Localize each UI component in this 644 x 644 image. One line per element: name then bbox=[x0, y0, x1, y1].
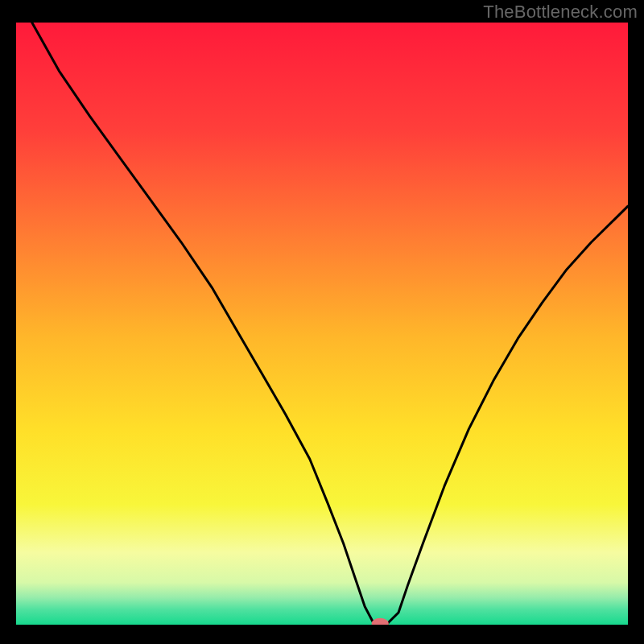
optimal-point-marker bbox=[372, 618, 389, 629]
bottleneck-chart bbox=[0, 0, 644, 644]
chart-wrapper: TheBottleneck.com bbox=[0, 0, 644, 644]
gradient-background bbox=[16, 23, 628, 625]
watermark-text: TheBottleneck.com bbox=[483, 2, 638, 23]
